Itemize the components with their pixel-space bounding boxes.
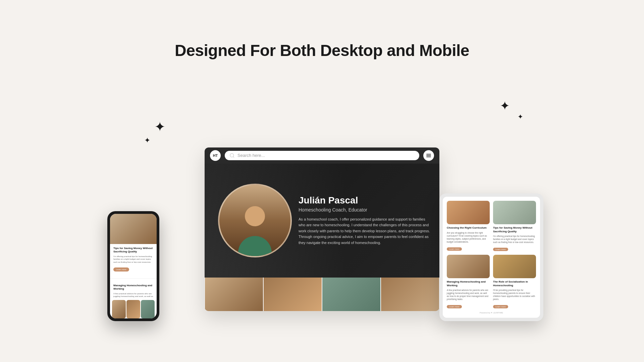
- browser-logo: HT: [210, 150, 221, 161]
- blog-thumbnail-2: [264, 278, 322, 311]
- star-decoration-1: ✦: [154, 120, 166, 133]
- tablet-card-1-image: [447, 201, 490, 224]
- tablet-card-2-image: [493, 201, 536, 224]
- tablet-card-2-text: I'm offering practical tips for homescho…: [493, 235, 536, 244]
- phone-thumb-3: [141, 300, 155, 318]
- tablet-card-4: The Role of Socialization in Homeschooli…: [493, 255, 536, 308]
- phone-card-1-title: Tips for Saving Money Without Sacrificin…: [113, 247, 153, 254]
- search-placeholder: Search here...: [237, 153, 265, 158]
- tablet-card-1: Choosing the Right Curriculum Are you st…: [447, 201, 490, 251]
- hero-role: Homeschooling Coach, Educator: [299, 207, 433, 213]
- phone-card-1-body: Tips for Saving Money Without Sacrificin…: [110, 244, 157, 274]
- tablet-card-1-btn[interactable]: Learn more: [447, 247, 462, 251]
- devices-container: ✦ ✦ ✦ ✦ HT Search here...: [87, 80, 557, 321]
- browser-navbar: HT Search here...: [205, 147, 439, 164]
- phone-thumbnails-row: [110, 300, 157, 318]
- hero-name: Julián Pascal: [299, 195, 433, 206]
- tablet-card-4-text: I'll be providing practical tips for hom…: [493, 289, 536, 301]
- tablet-card-1-title: Choosing the Right Curriculum: [447, 226, 490, 230]
- phone-device: Tips for Saving Money Without Sacrificin…: [107, 211, 159, 321]
- hero-description: As a homeschool coach, I offer personali…: [299, 217, 433, 246]
- tablet-card-4-btn[interactable]: Learn more: [493, 305, 508, 308]
- tablet-card-2-title: Tips for Saving Money Without Sacrificin…: [493, 226, 536, 233]
- desktop-browser: HT Search here... Julián Pascal Homescho…: [205, 147, 439, 311]
- tablet-device: Choosing the Right Curriculum Are you st…: [439, 193, 543, 321]
- tablet-card-3-image: [447, 255, 490, 278]
- star-decoration-4: ✦: [518, 113, 523, 120]
- svg-point-0: [230, 154, 234, 157]
- browser-blog-grid: [205, 278, 439, 311]
- tablet-card-3-text: A few practical advices for parents who …: [447, 289, 490, 301]
- tablet-card-4-title: The Role of Socialization in Homeschooli…: [493, 280, 536, 287]
- tablet-card-1-text: Are you struggling to choose the right c…: [447, 231, 490, 243]
- phone-thumb-1: [112, 300, 126, 318]
- tablet-card-2: Tips for Saving Money Without Sacrificin…: [493, 201, 536, 251]
- profile-silhouette: [219, 185, 290, 256]
- tablet-screen: Choosing the Right Curriculum Are you st…: [443, 197, 540, 317]
- phone-card-2: Managing Homeschooling and Working A few…: [110, 281, 157, 318]
- tablet-card-3-btn[interactable]: Learn more: [447, 305, 462, 308]
- blog-thumbnail-3: [322, 278, 380, 311]
- tablet-card-3: Managing Homeschooling and Working A few…: [447, 255, 490, 308]
- phone-card-1-image: [110, 214, 157, 244]
- phone-thumb-2: [126, 300, 140, 318]
- tablet-cards-grid: Choosing the Right Curriculum Are you st…: [447, 201, 536, 308]
- tablet-card-2-btn[interactable]: Learn more: [493, 248, 508, 251]
- phone-card-1-text: I'm offering practical tips for homescho…: [113, 255, 153, 263]
- browser-hero-section: Julián Pascal Homeschooling Coach, Educa…: [205, 164, 439, 278]
- browser-search-bar[interactable]: Search here...: [225, 151, 419, 160]
- star-decoration-3: ✦: [500, 100, 510, 112]
- browser-menu-button[interactable]: [423, 150, 434, 161]
- phone-card-2-title: Managing Homeschooling and Working: [110, 281, 157, 292]
- blog-thumbnail-4: [381, 278, 439, 311]
- phone-card-1-btn[interactable]: Learn more: [113, 267, 129, 272]
- tablet-footer: Powered by ✦ LEARTIME: [447, 311, 536, 314]
- search-icon: [229, 153, 235, 158]
- page-title: Designed For Both Desktop and Mobile: [175, 41, 469, 60]
- star-decoration-2: ✦: [144, 137, 150, 144]
- blog-thumbnail-1: [205, 278, 263, 311]
- tablet-card-3-title: Managing Homeschooling and Working: [447, 280, 490, 287]
- hero-text-content: Julián Pascal Homeschooling Coach, Educa…: [299, 195, 433, 246]
- hero-profile-photo: [218, 184, 292, 257]
- menu-icon: [426, 155, 431, 156]
- phone-card-2-text: A few practical advices for parents who …: [110, 292, 157, 300]
- phone-card-1: Tips for Saving Money Without Sacrificin…: [110, 214, 157, 279]
- tablet-card-4-image: [493, 255, 536, 278]
- phone-screen: Tips for Saving Money Without Sacrificin…: [110, 214, 157, 318]
